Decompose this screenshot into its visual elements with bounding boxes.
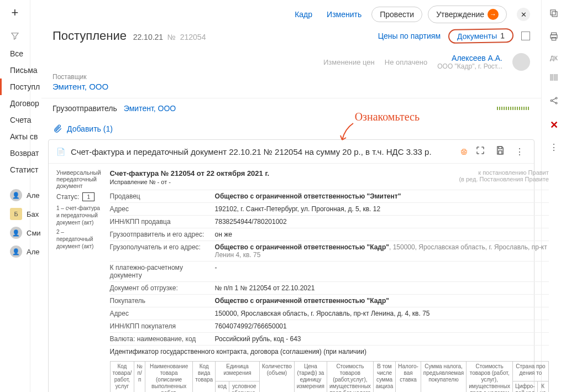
kadr-link[interactable]: Кадр [290,8,317,21]
svg-line-15 [552,101,555,103]
doc-title: Счет-фактура и передаточный документ 22.… [71,147,455,156]
user-row[interactable]: 👤Але [10,187,41,203]
approve-label: Утверждение [436,10,484,19]
invoice-table: Код товара/ работ, услуг № п/п Наименова… [110,361,549,392]
page-num: 212054 [180,33,206,41]
close-button[interactable]: ✕ [517,8,530,21]
avatar-initial: Б [10,208,22,220]
edit-square-icon[interactable] [521,32,530,40]
execute-button[interactable]: Провести [371,7,422,22]
avatar: 👤 [10,227,22,239]
add-label: Добавить (1) [67,124,113,133]
more-icon[interactable]: ⋮ [549,142,558,153]
info-row: ИНН/КПП продавца7838254944/780201002 [110,215,549,228]
approve-button[interactable]: Утверждение → [428,6,507,23]
sidebar-item-incoming[interactable]: Поступл [0,79,41,95]
page-date: 22.10.21 [133,33,164,41]
contract-id-label: Идентификатор государственного контракта… [110,345,549,358]
sidebar-item-contract[interactable]: Договор [10,95,41,112]
add-attachment-button[interactable]: Добавить (1) [41,118,541,139]
info-row: Документ об отгрузке:№ п/п 1 № 212054 от… [110,281,549,294]
user-row[interactable]: 👤Сми [10,224,41,241]
sidebar-item-bills[interactable]: Счета [10,112,41,128]
stripes-decor [497,107,530,110]
page-title: Поступление [53,29,127,43]
info-row: Валюта: наименование, кодРоссийский рубл… [110,332,549,345]
shipper-label: Грузоотправитель [53,104,117,113]
user-row[interactable]: 👤Але [10,243,41,260]
sidebar-item-acts[interactable]: Акты св [10,128,41,145]
doc-icon: 📄 [56,148,65,156]
user-label: Бах [27,210,39,218]
person-name[interactable]: Алексеев А.А. [437,54,502,62]
sidebar-item-letters[interactable]: Письма [10,62,41,79]
info-row: Грузоотправитель и его адрес:он же [110,228,549,241]
info-row: Адрес192102, г. Санкт-Петербург, ул. Про… [110,202,549,215]
price-change-label: Изменение цен [323,58,375,66]
attach-icon [53,124,62,134]
info-row: ИНН/КПП покупателя7604074992/766650001 [110,320,549,332]
svg-point-13 [555,102,557,104]
doc-more-icon[interactable]: ⋮ [513,147,526,157]
copy-icon[interactable] [549,8,559,20]
annotation-callout: Ознакомьтесь [355,111,420,123]
documents-count: 1 [500,31,505,40]
status-label: Статус: [56,193,79,201]
info-row: Адрес150000, Ярославская область, г. Яро… [110,307,549,320]
invoice-heading: Счет-фактура № 212054 от 22 октября 2021… [110,169,270,177]
info-row: ПокупательОбщество с ограниченной ответс… [110,294,549,307]
svg-rect-17 [499,151,502,154]
svg-rect-4 [552,38,556,40]
status-note-1: 1 – счет-фактура и передаточный документ… [56,205,101,226]
user-row[interactable]: ББах [10,206,41,222]
person-company: ООО "Кадр", г. Рост... [437,62,502,70]
user-label: Але [27,248,40,256]
documents-pill[interactable]: Документы 1 [448,28,513,44]
supplier-label: Поставщик [53,73,530,81]
svg-point-11 [551,100,552,102]
info-row: Грузополучатель и его адрес:Общество с о… [110,241,549,261]
sidebar-item-stats[interactable]: Статист [10,161,41,178]
sidebar-item-all[interactable]: Все [10,45,41,62]
unpaid-label: Не оплачено [385,58,427,66]
barcode-icon[interactable] [549,72,559,85]
svg-rect-0 [552,12,557,17]
documents-label: Документы [457,31,497,40]
print-icon[interactable] [549,32,559,44]
page-num-prefix: № [167,33,178,41]
ribbon-icon: 🏵 [460,148,468,156]
add-button[interactable]: + [12,6,19,20]
shipper-value[interactable]: Эмитент, ООО [124,104,176,113]
avatar: 👤 [10,245,22,258]
dk-label[interactable]: ДК [550,55,558,61]
status-note-2: 2 – передаточный документ (акт) [56,228,101,250]
info-row: ПродавецОбщество с ограниченной ответств… [110,190,549,202]
user-label: Сми [27,229,41,237]
status-value: 1 [82,192,95,201]
sidebar-item-return[interactable]: Возврат [10,145,41,161]
info-row: К платежно-расчетному документу- [110,261,549,281]
save-icon[interactable] [493,145,507,158]
svg-rect-1 [551,10,555,15]
invoice-correction: Исправление № - от - [110,179,270,185]
avatar: 👤 [10,189,22,201]
share-icon[interactable] [549,96,559,108]
person-avatar[interactable] [512,53,530,71]
prices-link[interactable]: Цены по партиям [378,32,441,40]
svg-rect-16 [499,147,502,149]
filter-icon[interactable] [10,31,20,43]
supplier-value[interactable]: Эмитент, ООО [53,82,530,91]
decree-2: (в ред. Постановления Правите [459,176,548,182]
decree-1: к постановлению Правит [459,169,548,176]
svg-point-12 [555,97,557,99]
user-label: Але [27,191,40,200]
svg-line-14 [552,98,555,100]
edit-link[interactable]: Изменить [322,8,366,21]
arrow-right-icon: → [488,9,499,20]
fullscreen-icon[interactable] [473,145,488,158]
upd-label: Универсальный передаточный документ [56,169,101,189]
x-red-icon[interactable]: ✕ [550,119,558,131]
